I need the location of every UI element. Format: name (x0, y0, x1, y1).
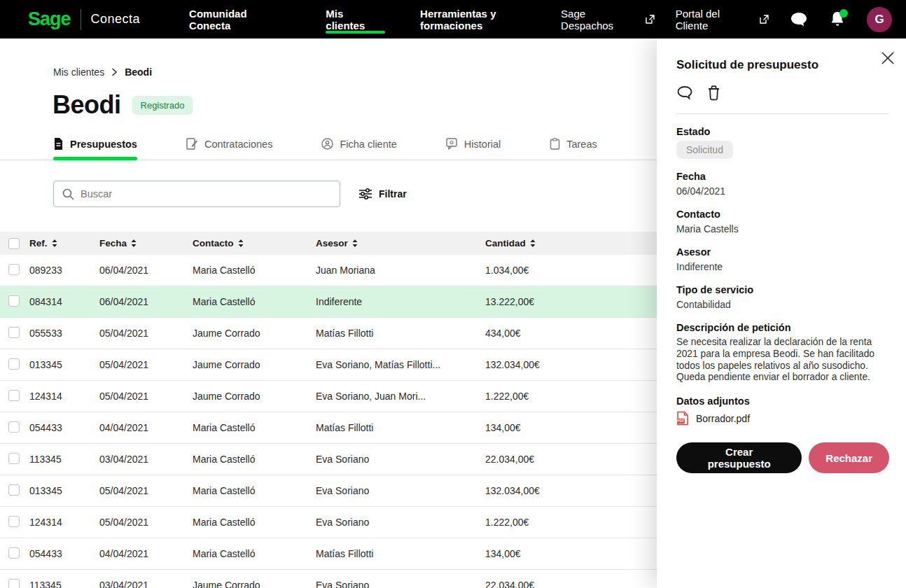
row-checkbox[interactable] (8, 327, 20, 338)
tab-label: Tareas (566, 139, 597, 150)
clipboard-icon (550, 138, 560, 150)
field-estado: Estado Solicitud (676, 126, 889, 159)
page-title: Beodi (53, 90, 121, 120)
row-checkbox[interactable] (8, 484, 20, 496)
field-value: 06/04/2021 (676, 186, 889, 197)
row-checkbox[interactable] (8, 358, 20, 370)
cell-ref: 084314 (29, 296, 99, 307)
cell-ref: 113345 (29, 454, 99, 465)
link-portal-cliente[interactable]: Portal del Cliente (676, 8, 769, 31)
column-label: Asesor (316, 238, 348, 248)
row-checkbox[interactable] (8, 421, 20, 433)
row-checkbox[interactable] (8, 579, 20, 588)
field-value: Contabilidad (676, 299, 889, 310)
trash-icon[interactable] (706, 85, 721, 101)
cell-fecha: 04/04/2021 (99, 548, 193, 559)
row-checkbox[interactable] (8, 516, 20, 527)
link-sage-despachos[interactable]: Sage Despachos (561, 8, 655, 31)
field-asesor: Asesor Indiferente (676, 246, 889, 272)
document-icon (53, 138, 64, 150)
row-checkbox-cell (8, 453, 29, 466)
column-label: Fecha (99, 238, 127, 248)
cell-asesor: Eva Soriano (316, 485, 485, 496)
crear-presupuesto-button[interactable]: Crear presupuesto (676, 442, 802, 473)
chevron-right-icon (111, 68, 118, 76)
cell-fecha: 03/04/2021 (99, 454, 193, 465)
row-checkbox[interactable] (8, 547, 20, 559)
tab-label: Historial (464, 139, 501, 150)
tab-ficha-cliente[interactable]: Ficha cliente (321, 138, 396, 160)
cell-fecha: 03/04/2021 (99, 580, 193, 588)
column-header-contacto[interactable]: Contacto (193, 238, 316, 248)
cell-asesor: Indiferente (316, 296, 485, 307)
cell-contacto: Maria Castelló (193, 265, 316, 276)
brand: Sage Conecta (28, 8, 140, 30)
column-header-asesor[interactable]: Asesor (316, 238, 485, 248)
svg-text:PDF: PDF (677, 419, 684, 424)
contract-pencil-icon (186, 138, 198, 150)
filter-sliders-icon (358, 188, 372, 200)
tab-tareas[interactable]: Tareas (550, 138, 597, 160)
cell-contacto: Maria Castelló (193, 296, 316, 307)
row-checkbox-cell (8, 547, 29, 561)
column-label: Contacto (193, 238, 234, 248)
cell-fecha: 05/04/2021 (99, 517, 193, 528)
description-paragraph: Queda pendiente enviar el borrador a cli… (676, 372, 888, 384)
cell-ref: 054433 (29, 422, 99, 433)
cell-contacto: Jaume Corrado (193, 391, 316, 402)
field-value: Indiferente (676, 261, 889, 272)
close-icon[interactable] (881, 51, 895, 68)
nav-herramientas[interactable]: Herramientas y formaciones (420, 0, 561, 38)
chat-icon[interactable] (790, 11, 808, 28)
row-checkbox[interactable] (8, 295, 20, 307)
cell-asesor: Eva Soriano (316, 580, 485, 588)
comment-icon[interactable] (676, 85, 694, 101)
cell-contacto: Maria Castelló (193, 422, 316, 433)
cell-fecha: 06/04/2021 (99, 265, 193, 276)
row-checkbox[interactable] (8, 390, 20, 401)
filter-label: Filtrar (379, 188, 407, 200)
filter-button[interactable]: Filtrar (358, 188, 407, 200)
tab-historial[interactable]: Historial (446, 138, 501, 160)
row-checkbox[interactable] (8, 264, 20, 275)
field-label: Datos adjuntos (676, 396, 889, 407)
field-label: Contacto (676, 209, 889, 220)
product-name: Conecta (91, 12, 141, 27)
cell-fecha: 04/04/2021 (99, 422, 193, 433)
row-checkbox-cell (8, 295, 29, 309)
nav-mis-clientes[interactable]: Mis clientes (326, 0, 385, 38)
nav-comunidad-conecta[interactable]: Comunidad Conecta (189, 0, 291, 38)
cell-ref: 013345 (29, 359, 99, 370)
breadcrumb-mis-clientes[interactable]: Mis clientes (53, 66, 104, 78)
panel-title: Solicitud de presupuesto (676, 58, 889, 72)
cell-fecha: 06/04/2021 (99, 296, 193, 307)
select-all-checkbox[interactable] (8, 238, 20, 249)
cell-contacto: Maria Castelló (193, 485, 316, 496)
person-circle-icon (321, 138, 333, 150)
search-box (53, 181, 340, 207)
external-link-icon (760, 15, 769, 24)
cell-fecha: 05/04/2021 (99, 328, 193, 339)
sort-icon (352, 239, 358, 247)
breadcrumb-current: Beodi (125, 66, 152, 78)
cell-asesor: Eva Soriano (316, 517, 485, 528)
cell-ref: 124314 (29, 517, 99, 528)
cell-contacto: Maria Castelló (193, 517, 316, 528)
avatar[interactable]: G (867, 7, 892, 32)
row-checkbox[interactable] (8, 453, 20, 464)
notifications-bell-icon[interactable] (829, 10, 846, 29)
field-value: Maria Castells (676, 223, 889, 234)
column-header-ref[interactable]: Ref. (29, 238, 99, 248)
sort-icon (530, 239, 536, 247)
column-label: Ref. (29, 238, 48, 248)
attachment-item[interactable]: PDF Borrador.pdf (676, 411, 889, 426)
cell-ref: 013345 (29, 485, 99, 496)
tab-contrataciones[interactable]: Contrataciones (186, 138, 273, 160)
link-portal-cliente-label: Portal del Cliente (676, 8, 755, 31)
cell-fecha: 05/04/2021 (99, 391, 193, 402)
search-input[interactable] (81, 188, 331, 200)
rechazar-button[interactable]: Rechazar (809, 442, 889, 473)
tab-presupuestos[interactable]: Presupuestos (53, 138, 137, 160)
cell-asesor: Matías Fillotti (316, 422, 485, 433)
column-header-fecha[interactable]: Fecha (99, 238, 193, 248)
